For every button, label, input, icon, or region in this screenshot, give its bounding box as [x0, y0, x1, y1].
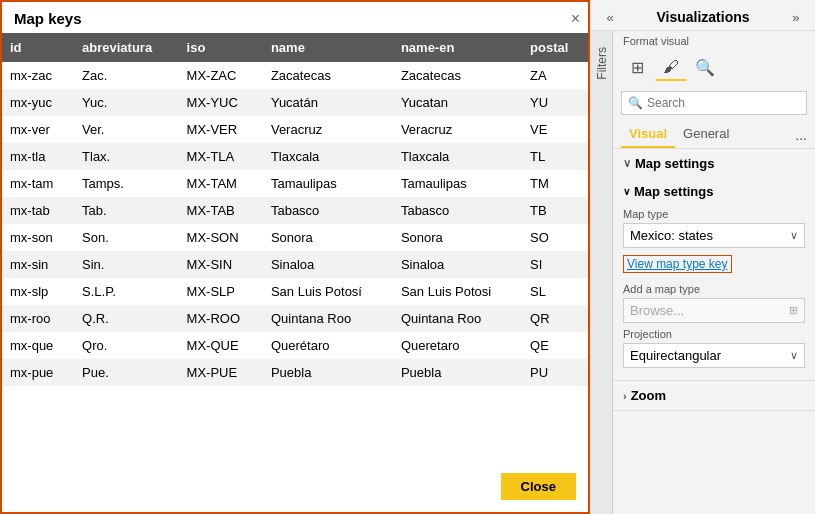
table-row: mx-rooQ.R.MX-ROOQuintana RooQuintana Roo…	[2, 305, 588, 332]
table-cell: MX-VER	[179, 116, 263, 143]
table-cell: MX-TLA	[179, 143, 263, 170]
table-cell: ZA	[522, 62, 588, 89]
col-header-name-en: name-en	[393, 33, 522, 62]
table-row: mx-queQro.MX-QUEQuerétaroQueretaroQE	[2, 332, 588, 359]
visualizations-panel: « Visualizations » Filters Format visual…	[590, 0, 815, 514]
table-row: mx-verVer.MX-VERVeracruzVeracruzVE	[2, 116, 588, 143]
viz-title: Visualizations	[656, 9, 749, 25]
table-cell: MX-TAB	[179, 197, 263, 224]
table-cell: TL	[522, 143, 588, 170]
col-header-postal: postal	[522, 33, 588, 62]
view-map-type-key-link[interactable]: View map type key	[623, 255, 732, 273]
sub-section-map-settings[interactable]: ∨ Map settings	[623, 180, 805, 203]
collapse-icon[interactable]: «	[601, 8, 619, 26]
section-zoom: › Zoom	[613, 381, 815, 411]
tab-general[interactable]: General	[675, 121, 737, 148]
table-cell: Pue.	[74, 359, 179, 386]
table-cell: MX-QUE	[179, 332, 263, 359]
add-map-type-label: Add a map type	[623, 283, 805, 295]
table-cell: YU	[522, 89, 588, 116]
table-cell: Veracruz	[263, 116, 393, 143]
table-cell: San Luis Potosi	[393, 278, 522, 305]
table-cell: Zac.	[74, 62, 179, 89]
map-type-label: Map type	[623, 208, 805, 220]
browse-icon: ⊞	[789, 304, 798, 317]
table-cell: mx-tab	[2, 197, 74, 224]
section-map-settings-label: Map settings	[635, 156, 714, 171]
side-with-filters: Filters Format visual ⊞ 🖌 🔍 🔍 Visual Gen…	[591, 31, 815, 514]
table-cell: Zacatecas	[393, 62, 522, 89]
table-cell: TB	[522, 197, 588, 224]
table-row: mx-sinSin.MX-SINSinaloaSinaloaSI	[2, 251, 588, 278]
tabs-row: Visual General ...	[613, 121, 815, 149]
table-cell: Tabasco	[393, 197, 522, 224]
sub-section-label: Map settings	[634, 184, 713, 199]
table-cell: MX-YUC	[179, 89, 263, 116]
map-type-dropdown[interactable]: Mexico: states ∨	[623, 223, 805, 248]
table-cell: Q.R.	[74, 305, 179, 332]
tab-visual[interactable]: Visual	[621, 121, 675, 148]
table-cell: QE	[522, 332, 588, 359]
table-cell: Tabasco	[263, 197, 393, 224]
section-zoom-label: Zoom	[631, 388, 666, 403]
icon-row: ⊞ 🖌 🔍	[613, 49, 815, 85]
section-map-settings-header[interactable]: ∨ Map settings	[613, 149, 815, 178]
table-cell: MX-ZAC	[179, 62, 263, 89]
table-body: mx-zacZac.MX-ZACZacatecasZacatecasZAmx-y…	[2, 62, 588, 386]
table-cell: QR	[522, 305, 588, 332]
section-map-settings-content: ∨ Map settings Map type Mexico: states ∨…	[613, 178, 815, 380]
table-cell: mx-son	[2, 224, 74, 251]
table-cell: Yucatan	[393, 89, 522, 116]
table-container: idabreviaturaisonamename-enpostal mx-zac…	[2, 33, 588, 512]
table-cell: SI	[522, 251, 588, 278]
grid-icon[interactable]: ⊞	[621, 53, 653, 81]
section-zoom-header[interactable]: › Zoom	[613, 381, 815, 410]
sub-chevron-down-icon: ∨	[623, 186, 630, 197]
browse-field[interactable]: Browse... ⊞	[623, 298, 805, 323]
table-row: mx-sonSon.MX-SONSonoraSonoraSO	[2, 224, 588, 251]
table-row: mx-tamTamps.MX-TAMTamaulipasTamaulipasTM	[2, 170, 588, 197]
table-row: mx-slpS.L.P.MX-SLPSan Luis PotosíSan Lui…	[2, 278, 588, 305]
table-cell: mx-ver	[2, 116, 74, 143]
search-input[interactable]	[647, 96, 800, 110]
close-icon[interactable]: ×	[571, 10, 580, 28]
projection-chevron-icon: ∨	[790, 349, 798, 362]
paint-icon[interactable]: 🖌	[655, 53, 687, 81]
table-cell: Yucatán	[263, 89, 393, 116]
chevron-down-icon: ∨	[623, 157, 631, 170]
map-type-value: Mexico: states	[630, 228, 713, 243]
search-visual-icon[interactable]: 🔍	[689, 53, 721, 81]
browse-placeholder: Browse...	[630, 303, 684, 318]
table-cell: MX-SLP	[179, 278, 263, 305]
table-row: mx-tlaTlax.MX-TLATlaxcalaTlaxcalaTL	[2, 143, 588, 170]
table-cell: MX-TAM	[179, 170, 263, 197]
table-cell: SL	[522, 278, 588, 305]
table-cell: Tab.	[74, 197, 179, 224]
zoom-chevron-icon: ›	[623, 390, 627, 402]
table-cell: Qro.	[74, 332, 179, 359]
tab-more[interactable]: ...	[795, 127, 807, 143]
projection-label: Projection	[623, 328, 805, 340]
expand-icon[interactable]: »	[787, 8, 805, 26]
table-cell: MX-PUE	[179, 359, 263, 386]
table-cell: Sonora	[263, 224, 393, 251]
table-cell: mx-roo	[2, 305, 74, 332]
table-cell: San Luis Potosí	[263, 278, 393, 305]
projection-dropdown[interactable]: Equirectangular ∨	[623, 343, 805, 368]
filters-tab[interactable]: Filters	[591, 31, 613, 514]
table-cell: TM	[522, 170, 588, 197]
viz-header: « Visualizations »	[591, 0, 815, 31]
table-cell: PU	[522, 359, 588, 386]
table-row: mx-puePue.MX-PUEPueblaPueblaPU	[2, 359, 588, 386]
table-cell: Quintana Roo	[263, 305, 393, 332]
table-cell: Son.	[74, 224, 179, 251]
table-row: mx-tabTab.MX-TABTabascoTabascoTB	[2, 197, 588, 224]
close-button[interactable]: Close	[501, 473, 576, 500]
table-cell: Veracruz	[393, 116, 522, 143]
table-cell: mx-yuc	[2, 89, 74, 116]
dropdown-chevron-icon: ∨	[790, 229, 798, 242]
viz-content: Format visual ⊞ 🖌 🔍 🔍 Visual General ...…	[613, 31, 815, 514]
table-cell: mx-pue	[2, 359, 74, 386]
table-row: mx-yucYuc.MX-YUCYucatánYucatanYU	[2, 89, 588, 116]
search-icon: 🔍	[628, 96, 643, 110]
